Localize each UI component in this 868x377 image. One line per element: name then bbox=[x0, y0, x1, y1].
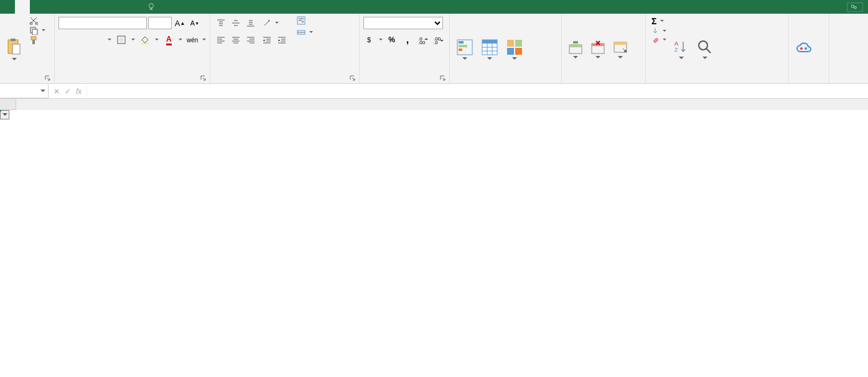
tab-layout[interactable] bbox=[45, 0, 60, 14]
align-left-button[interactable] bbox=[214, 33, 228, 47]
decrease-indent-button[interactable] bbox=[260, 33, 274, 47]
merge-center-button[interactable] bbox=[295, 27, 315, 37]
phonetic-button[interactable]: wén bbox=[186, 33, 198, 47]
paste-button[interactable] bbox=[4, 16, 25, 83]
cell-styles-button[interactable] bbox=[503, 16, 526, 83]
chevron-down-icon[interactable] bbox=[379, 39, 383, 41]
svg-rect-30 bbox=[515, 48, 522, 55]
sort-filter-button[interactable]: AZ bbox=[671, 16, 692, 83]
share-button[interactable] bbox=[847, 2, 863, 12]
delete-cells-button[interactable] bbox=[588, 16, 608, 83]
tab-review[interactable] bbox=[90, 0, 105, 14]
conditional-format-button[interactable] bbox=[454, 16, 476, 83]
cloud-icon bbox=[795, 40, 813, 58]
format-cells-button[interactable] bbox=[610, 16, 630, 83]
scissors-icon bbox=[29, 16, 38, 25]
align-right-button[interactable] bbox=[244, 33, 258, 47]
tab-home[interactable] bbox=[15, 0, 30, 14]
fill-down-icon bbox=[651, 27, 659, 35]
svg-rect-35 bbox=[592, 44, 604, 46]
svg-text:.0: .0 bbox=[434, 40, 438, 44]
cond-format-icon bbox=[456, 39, 474, 56]
dialog-launcher-icon[interactable] bbox=[349, 75, 357, 82]
share-icon bbox=[851, 4, 857, 11]
table-format-button[interactable] bbox=[478, 16, 501, 83]
cut-button[interactable] bbox=[27, 16, 47, 26]
italic-button[interactable] bbox=[75, 33, 87, 47]
increase-decimal-button[interactable]: .0.00 bbox=[417, 33, 430, 47]
svg-rect-33 bbox=[573, 41, 578, 44]
chevron-down-icon[interactable] bbox=[108, 39, 111, 41]
underline-button[interactable] bbox=[91, 33, 104, 47]
decrease-decimal-button[interactable]: .00.0 bbox=[432, 33, 446, 47]
align-top-button[interactable] bbox=[214, 16, 228, 30]
select-all-button[interactable] bbox=[0, 99, 16, 110]
tab-data[interactable] bbox=[75, 0, 90, 14]
accept-formula-button[interactable]: ✓ bbox=[65, 87, 71, 96]
tab-formulas[interactable] bbox=[60, 0, 75, 14]
svg-point-0 bbox=[149, 4, 154, 8]
chevron-down-icon bbox=[679, 57, 684, 59]
increase-indent-button[interactable] bbox=[275, 33, 289, 47]
fill-button[interactable] bbox=[650, 27, 668, 35]
chevron-down-icon bbox=[12, 58, 17, 60]
font-name-select[interactable] bbox=[58, 17, 147, 29]
tab-baidu[interactable] bbox=[119, 0, 134, 14]
table-icon bbox=[481, 39, 498, 56]
dialog-launcher-icon[interactable] bbox=[439, 75, 447, 82]
chevron-down-icon[interactable] bbox=[155, 39, 159, 41]
insert-cells-button[interactable] bbox=[566, 16, 586, 83]
dialog-launcher-icon[interactable] bbox=[44, 75, 52, 82]
copy-button[interactable] bbox=[27, 26, 47, 35]
formula-input[interactable] bbox=[86, 86, 863, 97]
tab-view[interactable] bbox=[105, 0, 119, 14]
wrap-text-button[interactable] bbox=[295, 16, 315, 26]
svg-point-2 bbox=[854, 6, 856, 8]
fx-button[interactable]: fx bbox=[76, 87, 82, 96]
name-box[interactable] bbox=[0, 85, 49, 98]
align-center-button[interactable] bbox=[229, 33, 243, 47]
bold-button[interactable] bbox=[58, 33, 71, 47]
border-button[interactable] bbox=[115, 33, 128, 47]
merge-icon bbox=[297, 28, 306, 37]
chevron-down-icon[interactable] bbox=[275, 22, 279, 24]
brush-icon bbox=[29, 36, 38, 45]
svg-rect-10 bbox=[31, 37, 36, 40]
fill-color-button[interactable] bbox=[139, 33, 151, 47]
autosum-button[interactable]: Σ bbox=[650, 16, 668, 27]
sort-icon: AZ bbox=[673, 39, 689, 55]
align-bottom-button[interactable] bbox=[244, 16, 258, 30]
cancel-formula-button[interactable]: ✕ bbox=[54, 87, 60, 96]
tab-insert[interactable] bbox=[30, 0, 45, 14]
orientation-button[interactable] bbox=[260, 16, 274, 30]
accounting-format-button[interactable]: $ bbox=[363, 33, 376, 47]
svg-rect-37 bbox=[614, 42, 627, 45]
svg-rect-27 bbox=[507, 40, 514, 47]
svg-rect-28 bbox=[515, 40, 522, 47]
tab-file[interactable] bbox=[0, 0, 15, 14]
comma-button[interactable]: , bbox=[401, 33, 414, 47]
save-baidu-button[interactable] bbox=[793, 16, 815, 83]
tell-me-input[interactable] bbox=[147, 2, 158, 11]
decrease-font-button[interactable]: A▼ bbox=[188, 16, 202, 30]
font-color-button[interactable]: A bbox=[162, 33, 175, 47]
chevron-down-icon[interactable] bbox=[202, 39, 206, 41]
dropdown-button[interactable] bbox=[0, 110, 9, 119]
svg-rect-11 bbox=[32, 40, 35, 44]
clear-button[interactable] bbox=[650, 35, 668, 44]
group-editing: Σ AZ bbox=[646, 14, 789, 83]
find-select-button[interactable] bbox=[694, 16, 716, 83]
format-icon bbox=[613, 40, 628, 55]
dialog-launcher-icon[interactable] bbox=[200, 75, 207, 82]
number-format-select[interactable] bbox=[363, 17, 443, 29]
chevron-down-icon bbox=[595, 56, 600, 58]
font-size-select[interactable] bbox=[148, 17, 172, 29]
chevron-down-icon[interactable] bbox=[179, 39, 182, 41]
svg-point-1 bbox=[851, 5, 854, 7]
format-painter-button[interactable] bbox=[27, 35, 47, 45]
increase-font-button[interactable]: A▲ bbox=[173, 16, 187, 30]
align-middle-button[interactable] bbox=[229, 16, 243, 30]
chevron-down-icon bbox=[663, 39, 666, 41]
percent-button[interactable]: % bbox=[385, 33, 398, 47]
chevron-down-icon[interactable] bbox=[131, 39, 135, 41]
